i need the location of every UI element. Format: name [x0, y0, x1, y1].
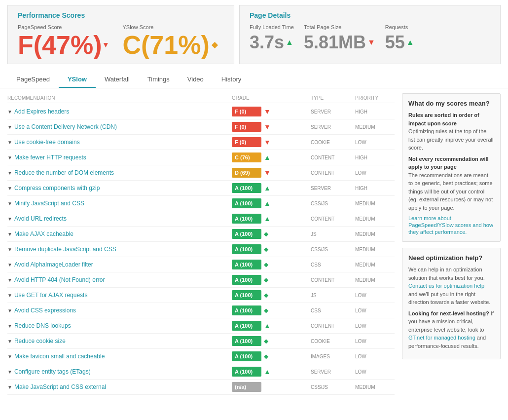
- priority-cell: MEDIUM: [355, 247, 395, 252]
- recommendation-name[interactable]: ▼ Reduce cookie size: [7, 338, 232, 344]
- type-cell: CONTENT: [311, 170, 355, 176]
- recommendation-name[interactable]: ▼ Use cookie-free domains: [7, 139, 232, 146]
- priority-cell: LOW: [355, 339, 395, 344]
- sidebar: What do my scores mean? Rules are sorted…: [402, 93, 501, 395]
- grade-cell: A (100) ▲: [232, 214, 311, 224]
- table-row: ▼ Configure entity tags (ETags) A (100) …: [7, 364, 395, 380]
- type-cell: CONTENT: [311, 323, 355, 329]
- tab-history[interactable]: History: [213, 72, 250, 88]
- performance-scores-box: Performance Scores PageSpeed Score F(47%…: [7, 5, 234, 64]
- grade-cell: A (100) ◆: [232, 260, 311, 269]
- grade-cell: A (100) ◆: [232, 290, 311, 300]
- priority-cell: MEDIUM: [355, 384, 395, 390]
- tab-timings[interactable]: Timings: [139, 72, 179, 88]
- recommendation-name[interactable]: ▼ Avoid AlphaImageLoader filter: [7, 261, 232, 268]
- table-row: ▼ Avoid URL redirects A (100) ▲ CONTENT …: [7, 211, 395, 227]
- grade-cell: A (100) ◆: [232, 229, 311, 239]
- table-row: ▼ Make fewer HTTP requests C (76) ▲ CONT…: [7, 150, 395, 165]
- recommendation-name[interactable]: ▼ Make fewer HTTP requests: [7, 154, 232, 161]
- grade-cell: A (100) ▲: [232, 321, 311, 331]
- table-row: ▼ Avoid AlphaImageLoader filter A (100) …: [7, 257, 395, 272]
- recommendation-name[interactable]: ▼ Make AJAX cacheable: [7, 230, 232, 237]
- recommendation-name[interactable]: ▼ Avoid HTTP 404 (Not Found) error: [7, 276, 232, 283]
- type-cell: CSS/JS: [311, 247, 355, 252]
- grade-bar: A (100): [232, 214, 261, 224]
- tab-video[interactable]: Video: [179, 72, 213, 88]
- col-type: TYPE: [311, 95, 355, 101]
- tab-yslow[interactable]: YSlow: [59, 72, 96, 88]
- fully-loaded-item: Fully Loaded Time 3.7s ▲: [250, 24, 294, 53]
- grade-bar: A (100): [232, 367, 261, 377]
- expand-arrow-icon: ▼: [7, 247, 12, 252]
- diamond-icon: ◆: [264, 230, 268, 237]
- grade-cell: A (100) ◆: [232, 244, 311, 254]
- grade-cell: A (100) ◆: [232, 351, 311, 361]
- diamond-icon: ◆: [264, 246, 268, 253]
- grade-cell: A (100) ▲: [232, 198, 311, 208]
- recommendation-name[interactable]: ▼ Reduce the number of DOM elements: [7, 169, 232, 176]
- tab-pagespeed[interactable]: PageSpeed: [7, 72, 59, 88]
- recommendation-name[interactable]: ▼ Compress components with gzip: [7, 185, 232, 191]
- recommendation-name[interactable]: ▼ Add Expires headers: [7, 108, 232, 115]
- contact-link[interactable]: Contact us for optimization help: [408, 283, 484, 289]
- grade-bar: F (0): [232, 137, 261, 147]
- priority-cell: MEDIUM: [355, 216, 395, 222]
- recommendation-name[interactable]: ▼ Make favicon small and cacheable: [7, 353, 232, 360]
- recommendation-name[interactable]: ▼ Avoid CSS expressions: [7, 307, 232, 314]
- recommendation-name[interactable]: ▼ Avoid URL redirects: [7, 215, 232, 222]
- fully-loaded-value: 3.7s ▲: [250, 32, 294, 53]
- recommendation-name[interactable]: ▼ Reduce DNS lookups: [7, 322, 232, 329]
- page-details-box: Page Details Fully Loaded Time 3.7s ▲ To…: [239, 5, 501, 64]
- grade-cell: D (69) ▼: [232, 168, 311, 178]
- recommendation-name[interactable]: ▼ Minify JavaScript and CSS: [7, 200, 232, 207]
- grade-bar: A (100): [232, 321, 261, 331]
- requests-label: Requests: [385, 24, 414, 30]
- priority-cell: LOW: [355, 354, 395, 359]
- grade-cell: A (100) ◆: [232, 305, 311, 315]
- table-row: ▼ Minify JavaScript and CSS A (100) ▲ CS…: [7, 196, 395, 211]
- requests-value: 55 ▲: [385, 32, 414, 53]
- priority-cell: LOW: [355, 369, 395, 375]
- trend-down-icon: ▼: [264, 108, 271, 115]
- trend-down-icon: ▼: [264, 123, 271, 131]
- trend-up-icon: ▲: [264, 153, 271, 161]
- table-row: ▼ Avoid CSS expressions A (100) ◆ CSS LO…: [7, 303, 395, 318]
- table-row: ▼ Make favicon small and cacheable A (10…: [7, 349, 395, 364]
- grade-cell: A (100) ▲: [232, 367, 311, 377]
- priority-cell: LOW: [355, 293, 395, 298]
- expand-arrow-icon: ▼: [7, 216, 12, 222]
- trend-up-icon: ▲: [264, 322, 271, 330]
- scores-info-box: What do my scores mean? Rules are sorted…: [402, 93, 501, 242]
- expand-arrow-icon: ▼: [7, 186, 12, 191]
- grade-cell: C (76) ▲: [232, 153, 311, 162]
- recommendation-name[interactable]: ▼ Use a Content Delivery Network (CDN): [7, 123, 232, 130]
- expand-arrow-icon: ▼: [7, 201, 12, 206]
- tab-waterfall[interactable]: Waterfall: [96, 72, 139, 88]
- priority-cell: LOW: [355, 323, 395, 329]
- expand-arrow-icon: ▼: [7, 354, 12, 359]
- recommendation-name[interactable]: ▼ Use GET for AJAX requests: [7, 292, 232, 299]
- type-cell: IMAGES: [311, 354, 355, 359]
- trend-up-icon: ▲: [264, 199, 271, 207]
- table-header: RECOMMENDATION GRADE TYPE PRIORITY: [7, 93, 395, 103]
- recommendation-name[interactable]: ▼ Remove duplicate JavaScript and CSS: [7, 246, 232, 253]
- optimization-help-title: Need optimization help?: [408, 254, 494, 262]
- gt-net-link[interactable]: GT.net for managed hosting: [408, 335, 475, 341]
- recommendation-name[interactable]: ▼ Configure entity tags (ETags): [7, 368, 232, 375]
- table-row: ▼ Use a Content Delivery Network (CDN) F…: [7, 119, 395, 135]
- expand-arrow-icon: ▼: [7, 384, 12, 390]
- priority-cell: MEDIUM: [355, 201, 395, 206]
- table-row: ▼ Remove duplicate JavaScript and CSS A …: [7, 242, 395, 257]
- type-cell: JS: [311, 231, 355, 237]
- type-cell: CSS: [311, 308, 355, 313]
- recommendation-name[interactable]: ▼ Make JavaScript and CSS external: [7, 383, 232, 390]
- expand-arrow-icon: ▼: [7, 231, 12, 237]
- scores-info-link[interactable]: Learn more about PageSpeed/YSlow scores …: [408, 215, 493, 235]
- type-cell: CSS/JS: [311, 201, 355, 206]
- expand-arrow-icon: ▼: [7, 140, 12, 145]
- fully-loaded-label: Fully Loaded Time: [250, 24, 294, 30]
- type-cell: CONTENT: [311, 277, 355, 283]
- type-cell: COOKIE: [311, 339, 355, 344]
- type-cell: SERVER: [311, 109, 355, 115]
- table-row: ▼ Make JavaScript and CSS external (n/a)…: [7, 380, 395, 395]
